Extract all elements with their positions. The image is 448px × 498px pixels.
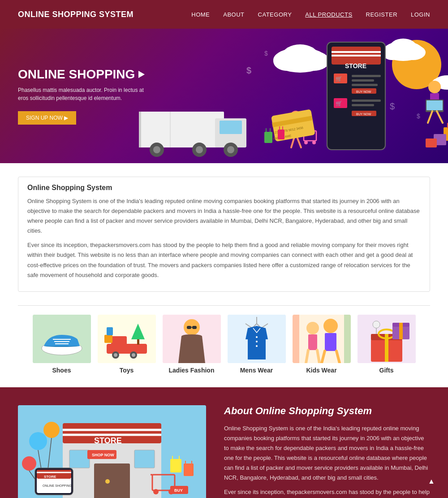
svg-rect-87 xyxy=(111,336,127,345)
nav-about[interactable]: ABOUT xyxy=(223,11,244,18)
svg-rect-133 xyxy=(94,463,130,498)
svg-rect-135 xyxy=(69,450,90,468)
svg-line-37 xyxy=(297,137,301,147)
section-divider xyxy=(18,305,430,306)
kids-image xyxy=(293,315,351,363)
svg-rect-51 xyxy=(352,84,378,86)
svg-rect-116 xyxy=(344,315,351,363)
svg-point-134 xyxy=(105,479,110,484)
hero-subtitle: Phasellus mattis malesuada auctor. Proin… xyxy=(18,86,152,102)
about-banner-section: STORE xyxy=(0,387,448,498)
svg-point-139 xyxy=(22,456,36,471)
gifts-label: Gifts xyxy=(379,367,394,374)
mens-image xyxy=(228,315,286,363)
svg-point-137 xyxy=(29,432,47,450)
svg-text:$: $ xyxy=(264,50,268,57)
svg-point-25 xyxy=(153,146,160,153)
svg-line-69 xyxy=(437,111,443,123)
about-banner-inner: STORE xyxy=(9,405,439,498)
svg-rect-156 xyxy=(184,463,194,476)
navbar: ONLINE SHOPPING SYSTEM HOME ABOUT CATEGO… xyxy=(0,0,448,29)
svg-rect-112 xyxy=(325,333,336,351)
svg-point-125 xyxy=(373,321,380,328)
category-ladies[interactable]: Ladies Fashion xyxy=(163,315,221,374)
svg-rect-23 xyxy=(220,121,242,134)
svg-point-40 xyxy=(304,141,308,144)
svg-rect-67 xyxy=(426,139,437,147)
svg-point-91 xyxy=(132,353,135,357)
nav-all-products[interactable]: ALL PRODUCTS xyxy=(305,11,352,18)
svg-rect-93 xyxy=(137,339,139,345)
svg-rect-99 xyxy=(192,326,197,329)
scroll-top-button[interactable]: ▲ xyxy=(424,474,439,489)
svg-text:SHOP NOW: SHOP NOW xyxy=(92,453,114,457)
about-box-title: Online Shopping System xyxy=(27,184,421,192)
svg-rect-124 xyxy=(399,323,403,339)
shoes-image xyxy=(33,315,91,363)
nav-category[interactable]: CATEGORY xyxy=(258,11,292,18)
svg-point-27 xyxy=(196,146,203,153)
ladies-label: Ladies Fashion xyxy=(169,367,215,374)
svg-point-29 xyxy=(227,146,234,153)
play-icon xyxy=(138,71,145,78)
svg-text:$: $ xyxy=(318,61,322,68)
svg-point-111 xyxy=(323,319,338,333)
kids-label: Kids Wear xyxy=(306,367,336,374)
svg-rect-50 xyxy=(352,79,374,82)
category-toys[interactable]: Toys xyxy=(98,315,156,374)
nav-register[interactable]: REGISTER xyxy=(366,11,397,18)
svg-rect-57 xyxy=(352,104,374,106)
svg-point-107 xyxy=(306,322,319,334)
about-para1: Online Shopping System is one of the Ind… xyxy=(27,196,421,236)
svg-text:BUY: BUY xyxy=(174,488,183,493)
toys-label: Toys xyxy=(120,367,134,374)
gifts-image xyxy=(358,315,416,363)
svg-text:BUY NOW: BUY NOW xyxy=(356,90,371,93)
svg-text:BUY NOW: BUY NOW xyxy=(356,113,371,116)
svg-rect-108 xyxy=(308,334,317,350)
category-kids[interactable]: Kids Wear xyxy=(293,315,351,374)
svg-point-41 xyxy=(312,141,316,144)
svg-text:STORE: STORE xyxy=(94,436,122,445)
svg-text:$: $ xyxy=(417,113,420,120)
hero-illustration: $ $ $ $ $ $ $ $ $ xyxy=(112,29,448,163)
svg-point-60 xyxy=(428,81,441,93)
category-gifts[interactable]: Gifts xyxy=(358,315,416,374)
svg-text:STORE: STORE xyxy=(345,62,366,69)
svg-text:🛒: 🛒 xyxy=(336,100,342,107)
about-para2: Ever since its inception, thepackersmove… xyxy=(27,240,421,280)
svg-point-8 xyxy=(390,39,417,56)
svg-point-105 xyxy=(256,345,258,347)
svg-point-4 xyxy=(282,44,318,67)
svg-text:🛒: 🛒 xyxy=(336,75,342,82)
hero-content: ONLINE SHOPPING Phasellus mattis malesua… xyxy=(18,67,152,125)
svg-rect-95 xyxy=(107,327,113,335)
about-banner-title: About Online Shopping System xyxy=(224,405,430,417)
shoes-label: Shoes xyxy=(52,367,71,374)
category-shoes[interactable]: Shoes xyxy=(33,315,91,374)
nav-login[interactable]: LOGIN xyxy=(411,11,430,18)
svg-rect-153 xyxy=(170,459,181,472)
svg-rect-94 xyxy=(104,335,112,343)
mens-label: Mens Wear xyxy=(240,367,273,374)
nav-home[interactable]: HOME xyxy=(191,11,210,18)
category-mens[interactable]: Mens Wear xyxy=(228,315,286,374)
svg-text:$: $ xyxy=(246,65,251,75)
main-content: Online Shopping System Online Shopping S… xyxy=(9,177,439,374)
about-illustration: STORE xyxy=(18,405,206,498)
svg-rect-49 xyxy=(352,75,381,77)
svg-text:$: $ xyxy=(390,101,395,111)
about-banner-text: About Online Shopping System Online Shop… xyxy=(224,405,430,498)
svg-rect-106 xyxy=(293,315,351,363)
svg-rect-86 xyxy=(107,344,147,354)
brand-logo: ONLINE SHOPPING SYSTEM xyxy=(18,10,134,19)
about-box: Online Shopping System Online Shopping S… xyxy=(18,177,430,292)
svg-point-138 xyxy=(43,422,60,438)
hero-banner: ONLINE SHOPPING Phasellus mattis malesua… xyxy=(0,29,448,163)
hero-title: ONLINE SHOPPING xyxy=(18,67,152,82)
about-banner-para2: Ever since its inception, thepackersmove… xyxy=(224,487,430,498)
svg-rect-74 xyxy=(278,130,284,139)
svg-point-104 xyxy=(256,341,258,342)
signup-button[interactable]: SIGN UP NOW ▶ xyxy=(18,111,76,125)
svg-point-150 xyxy=(153,489,159,494)
